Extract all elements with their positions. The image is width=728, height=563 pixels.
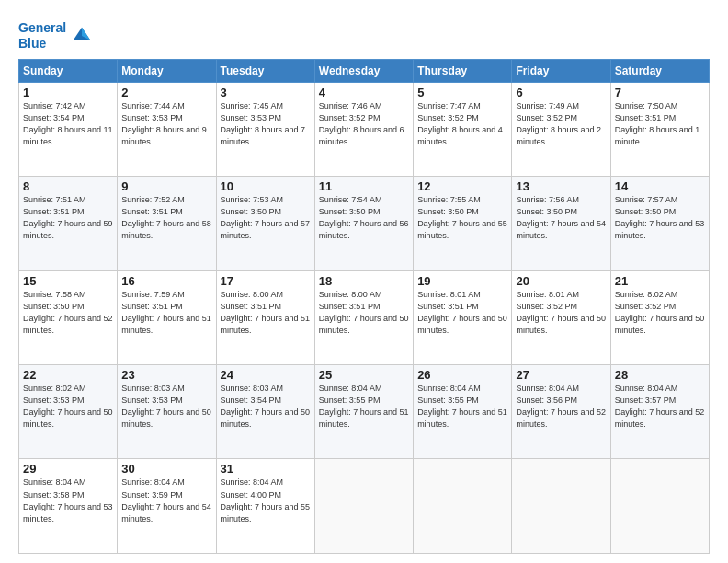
day-info: Sunrise: 7:57 AMSunset: 3:50 PMDaylight:… [615, 195, 705, 240]
calendar-cell [414, 459, 512, 554]
day-info: Sunrise: 7:53 AMSunset: 3:50 PMDaylight:… [221, 195, 311, 240]
calendar-cell: 1 Sunrise: 7:42 AMSunset: 3:54 PMDayligh… [19, 82, 118, 176]
day-info: Sunrise: 8:04 AMSunset: 3:58 PMDaylight:… [23, 477, 113, 523]
day-info: Sunrise: 7:59 AMSunset: 3:51 PMDaylight:… [121, 290, 211, 335]
day-info: Sunrise: 8:01 AMSunset: 3:52 PMDaylight:… [516, 290, 606, 335]
day-number: 11 [319, 179, 409, 193]
day-info: Sunrise: 8:04 AMSunset: 3:56 PMDaylight:… [516, 384, 606, 429]
calendar-cell: 6 Sunrise: 7:49 AMSunset: 3:52 PMDayligh… [512, 82, 610, 176]
calendar-weekday-wednesday: Wednesday [314, 59, 413, 82]
day-number: 25 [319, 368, 409, 382]
day-number: 2 [121, 86, 211, 99]
calendar-cell: 3 Sunrise: 7:45 AMSunset: 3:53 PMDayligh… [216, 82, 314, 176]
logo: General Blue [18, 20, 95, 52]
calendar-cell: 9 Sunrise: 7:52 AMSunset: 3:51 PMDayligh… [118, 177, 216, 270]
calendar-weekday-sunday: Sunday [19, 59, 118, 82]
day-info: Sunrise: 7:51 AMSunset: 3:51 PMDaylight:… [23, 195, 113, 240]
day-info: Sunrise: 7:47 AMSunset: 3:52 PMDaylight:… [417, 101, 503, 146]
day-info: Sunrise: 7:50 AMSunset: 3:51 PMDaylight:… [615, 101, 700, 146]
calendar-cell: 22 Sunrise: 8:02 AMSunset: 3:53 PMDaylig… [19, 365, 118, 459]
calendar-week-row-4: 22 Sunrise: 8:02 AMSunset: 3:53 PMDaylig… [19, 365, 710, 459]
day-number: 14 [615, 179, 705, 193]
calendar-weekday-thursday: Thursday [414, 59, 512, 82]
day-info: Sunrise: 8:01 AMSunset: 3:51 PMDaylight:… [417, 290, 507, 335]
calendar-cell: 17 Sunrise: 8:00 AMSunset: 3:51 PMDaylig… [216, 270, 314, 364]
calendar-cell: 13 Sunrise: 7:56 AMSunset: 3:50 PMDaylig… [512, 177, 610, 270]
day-info: Sunrise: 8:02 AMSunset: 3:52 PMDaylight:… [615, 290, 705, 335]
calendar-cell: 31 Sunrise: 8:04 AMSunset: 4:00 PMDaylig… [216, 459, 314, 554]
calendar-cell: 11 Sunrise: 7:54 AMSunset: 3:50 PMDaylig… [314, 177, 413, 270]
logo-icon [69, 23, 95, 49]
calendar-cell: 29 Sunrise: 8:04 AMSunset: 3:58 PMDaylig… [19, 459, 118, 554]
day-number: 18 [319, 274, 409, 288]
day-number: 10 [221, 179, 311, 193]
day-info: Sunrise: 7:54 AMSunset: 3:50 PMDaylight:… [319, 195, 409, 240]
calendar-cell: 10 Sunrise: 7:53 AMSunset: 3:50 PMDaylig… [216, 177, 314, 270]
day-number: 1 [23, 86, 113, 99]
day-number: 27 [516, 368, 606, 382]
day-number: 20 [516, 274, 606, 288]
day-info: Sunrise: 8:00 AMSunset: 3:51 PMDaylight:… [319, 290, 409, 335]
day-number: 19 [417, 274, 507, 288]
calendar-cell: 15 Sunrise: 7:58 AMSunset: 3:50 PMDaylig… [19, 270, 118, 364]
calendar-weekday-friday: Friday [512, 59, 610, 82]
logo-blue: Blue [18, 36, 66, 52]
day-number: 22 [23, 368, 113, 382]
calendar-week-row-3: 15 Sunrise: 7:58 AMSunset: 3:50 PMDaylig… [19, 270, 710, 364]
header: General Blue [18, 17, 710, 52]
day-info: Sunrise: 7:55 AMSunset: 3:50 PMDaylight:… [417, 195, 507, 240]
calendar-cell: 27 Sunrise: 8:04 AMSunset: 3:56 PMDaylig… [512, 365, 610, 459]
day-number: 8 [23, 179, 113, 193]
logo-text: General [18, 20, 66, 36]
calendar-cell: 28 Sunrise: 8:04 AMSunset: 3:57 PMDaylig… [610, 365, 709, 459]
calendar-week-row-1: 1 Sunrise: 7:42 AMSunset: 3:54 PMDayligh… [19, 82, 710, 176]
calendar-cell: 26 Sunrise: 8:04 AMSunset: 3:55 PMDaylig… [414, 365, 512, 459]
calendar-cell: 20 Sunrise: 8:01 AMSunset: 3:52 PMDaylig… [512, 270, 610, 364]
day-number: 23 [121, 368, 211, 382]
calendar-cell: 4 Sunrise: 7:46 AMSunset: 3:52 PMDayligh… [314, 82, 413, 176]
calendar-cell: 2 Sunrise: 7:44 AMSunset: 3:53 PMDayligh… [118, 82, 216, 176]
calendar-cell: 23 Sunrise: 8:03 AMSunset: 3:53 PMDaylig… [118, 365, 216, 459]
day-number: 21 [615, 274, 705, 288]
calendar-week-row-5: 29 Sunrise: 8:04 AMSunset: 3:58 PMDaylig… [19, 459, 710, 554]
day-info: Sunrise: 8:04 AMSunset: 4:00 PMDaylight:… [221, 477, 311, 523]
calendar-weekday-monday: Monday [118, 59, 216, 82]
calendar-cell: 19 Sunrise: 8:01 AMSunset: 3:51 PMDaylig… [414, 270, 512, 364]
calendar-cell: 7 Sunrise: 7:50 AMSunset: 3:51 PMDayligh… [610, 82, 709, 176]
day-number: 3 [221, 86, 311, 99]
day-number: 28 [615, 368, 705, 382]
day-number: 12 [417, 179, 507, 193]
logo-general: General [18, 20, 66, 35]
calendar-cell: 30 Sunrise: 8:04 AMSunset: 3:59 PMDaylig… [118, 459, 216, 554]
page: General Blue SundayMondayTuesdayWednesda… [0, 0, 728, 563]
calendar-week-row-2: 8 Sunrise: 7:51 AMSunset: 3:51 PMDayligh… [19, 177, 710, 270]
day-info: Sunrise: 7:45 AMSunset: 3:53 PMDaylight:… [221, 101, 306, 146]
day-info: Sunrise: 7:42 AMSunset: 3:54 PMDaylight:… [23, 101, 113, 146]
day-info: Sunrise: 7:49 AMSunset: 3:52 PMDaylight:… [516, 101, 601, 146]
calendar-cell [610, 459, 709, 554]
day-number: 9 [121, 179, 211, 193]
calendar-cell: 8 Sunrise: 7:51 AMSunset: 3:51 PMDayligh… [19, 177, 118, 270]
calendar-cell: 14 Sunrise: 7:57 AMSunset: 3:50 PMDaylig… [610, 177, 709, 270]
day-number: 5 [417, 86, 507, 99]
day-info: Sunrise: 7:44 AMSunset: 3:53 PMDaylight:… [121, 101, 207, 146]
calendar-cell: 24 Sunrise: 8:03 AMSunset: 3:54 PMDaylig… [216, 365, 314, 459]
day-info: Sunrise: 7:58 AMSunset: 3:50 PMDaylight:… [23, 290, 113, 335]
calendar-weekday-tuesday: Tuesday [216, 59, 314, 82]
day-number: 6 [516, 86, 606, 99]
day-number: 13 [516, 179, 606, 193]
day-info: Sunrise: 8:04 AMSunset: 3:55 PMDaylight:… [319, 384, 409, 429]
calendar-table: SundayMondayTuesdayWednesdayThursdayFrid… [18, 59, 710, 554]
day-info: Sunrise: 7:56 AMSunset: 3:50 PMDaylight:… [516, 195, 606, 240]
calendar-cell: 25 Sunrise: 8:04 AMSunset: 3:55 PMDaylig… [314, 365, 413, 459]
day-info: Sunrise: 8:03 AMSunset: 3:54 PMDaylight:… [221, 384, 311, 429]
day-number: 26 [417, 368, 507, 382]
day-info: Sunrise: 8:03 AMSunset: 3:53 PMDaylight:… [121, 384, 211, 429]
day-number: 7 [615, 86, 705, 99]
day-number: 30 [121, 462, 211, 476]
day-number: 29 [23, 462, 113, 476]
calendar-cell: 16 Sunrise: 7:59 AMSunset: 3:51 PMDaylig… [118, 270, 216, 364]
day-number: 31 [221, 462, 311, 476]
calendar-cell [314, 459, 413, 554]
calendar-cell [512, 459, 610, 554]
